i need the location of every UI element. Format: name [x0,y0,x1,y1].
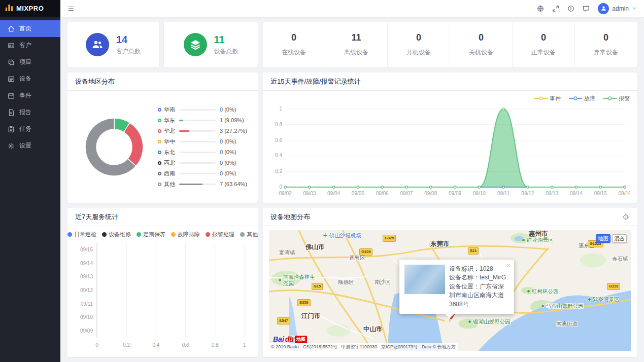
service-legend-item[interactable]: 设备维修 [102,231,131,238]
sidebar-item-report[interactable]: 报告 [0,104,60,121]
user-menu[interactable]: admin [598,3,637,14]
svg-text:09/15: 09/15 [80,247,93,252]
topbar-globe-button[interactable] [537,5,544,12]
sidebar-item-device[interactable]: 设备 [0,70,60,87]
svg-text:0.2: 0.2 [275,168,282,174]
map-label: 江门市 [301,312,321,320]
task-icon [8,126,15,133]
report-icon [8,109,15,116]
line-marker-icon [569,96,582,100]
sidebar: MIXPRO 首页客户项目设备事件报告任务设置 [0,0,60,362]
records-legend-item[interactable]: 故障 [569,95,595,102]
svg-text:09/09: 09/09 [449,191,461,196]
card-title: 近15天事件/故障/报警记录统计 [270,77,361,86]
records-legend-item[interactable]: 事件 [534,95,561,102]
service-legend-item[interactable]: 日常巡检 [67,231,96,238]
state-count: 0 [291,32,296,43]
scenic-icon [522,238,525,242]
svg-text:09/11: 09/11 [81,301,93,307]
legend-label: 定期保养 [143,231,165,238]
legend-ring-icon [158,108,161,112]
service-legend-item[interactable]: 定期保养 [137,231,165,238]
road-badge: G228 [607,283,620,290]
svg-text:09/14: 09/14 [80,261,93,266]
sidebar-collapse-button[interactable] [67,5,75,12]
topbar-message-button[interactable] [583,5,590,12]
field-value: 1028 [480,265,493,272]
region-legend-item[interactable]: 西北 0 (0%) [158,159,252,167]
logo-badge: 地图 [295,336,307,343]
sidebar-item-customer[interactable]: 客户 [0,37,60,54]
svg-text:0.8: 0.8 [212,342,219,348]
records-legend-item[interactable]: 报警 [603,95,630,102]
road-badge: G105 [359,248,372,256]
legend-dot-icon [102,232,107,237]
sidebar-item-home[interactable]: 首页 [0,20,60,37]
legend-dot-icon [171,232,176,237]
legend-dot-icon [240,232,245,237]
state-count: 0 [541,32,546,43]
popup-field: 设备名称：test_MirG [449,273,509,282]
map-popup-fields: 设备标识：1028设备名称：test_MirG设备位置：广东省深圳市南山区南海大… [449,265,509,309]
service-legend-item[interactable]: 故障排除 [171,231,200,238]
map-label: 南澳街道 [556,320,578,327]
region-bar [179,141,216,142]
region-name: 华东 [164,117,179,124]
map-type-map-button[interactable]: 地图 [596,234,611,243]
region-name: 华中 [164,138,179,146]
baidu-logo: Baidu 地图 [273,335,307,343]
region-legend-item[interactable]: 华中 0 (0%) [158,138,252,146]
topbar-info-button[interactable] [567,5,574,12]
region-name: 华南 [164,106,179,114]
region-legend-item[interactable]: 华北 3 (27.27%) [158,127,252,135]
map-canvas[interactable]: 地图混合 设备标识：1028设备名称：test_MirG设备位置 [269,230,631,351]
road-badge: S21 [468,247,479,255]
scenic-icon [468,320,471,323]
map-label: 红花湖景区 [522,237,554,243]
svg-text:09/12: 09/12 [80,287,93,293]
region-legend-item[interactable]: 其他 7 (63.64%) [158,180,252,188]
sidebar-item-project[interactable]: 项目 [0,54,60,70]
region-name: 西南 [164,170,179,177]
region-legend-item[interactable]: 华南 0 (0%) [158,106,252,114]
region-legend-item[interactable]: 东北 0 (0%) [158,149,252,156]
scenic-icon [588,298,591,301]
region-legend-item[interactable]: 西南 0 (0%) [158,170,252,177]
close-icon[interactable] [506,262,512,270]
devices-icon-badge [184,33,207,56]
service-legend-item[interactable]: 报警处理 [206,231,234,238]
svg-text:09/02: 09/02 [279,191,291,196]
map-type-hybrid-button[interactable]: 混合 [612,234,627,243]
app-logo: MIXPRO [0,0,60,17]
devices-count: 11 [214,34,239,45]
region-legend-item[interactable]: 华东 1 (9.09%) [158,117,252,124]
map-label: 顺德区 [338,279,354,285]
sidebar-item-settings[interactable]: 设置 [0,137,60,154]
sidebar-nav: 首页客户项目设备事件报告任务设置 [0,17,60,154]
project-icon [8,59,15,66]
topbar: admin [60,0,644,17]
region-bar [179,173,216,174]
service-bar-chart: 00.20.40.60.8109/1509/1409/1309/1209/110… [75,240,251,352]
topbar-fullscreen-button[interactable] [552,5,559,12]
card-header: 近15天事件/故障/报警记录统计 [263,73,637,91]
service-legend-item[interactable]: 其他 [240,231,258,238]
sidebar-item-label: 任务 [19,125,31,133]
sidebar-item-event[interactable]: 事件 [0,87,60,104]
state-count: 0 [479,32,484,43]
state-count: 0 [416,32,421,43]
svg-text:09/14: 09/14 [570,191,583,196]
sidebar-item-task[interactable]: 任务 [0,121,60,137]
logo-text: du [285,335,294,343]
device-thumbnail [404,265,445,294]
crosshair-icon[interactable] [622,213,629,221]
device-state: 0关机设备 [450,22,512,67]
legend-label: 报警 [619,95,630,102]
svg-text:0.2: 0.2 [123,342,130,348]
dashboard-content: 14 客户总数 11 设备总数 0在线设备11离线设备0开机设备0关机设备0正常… [60,17,644,362]
svg-text:09/04: 09/04 [327,191,340,196]
map-label: 马峦山郊野公园 [541,303,584,309]
state-count: 11 [351,32,361,43]
map-label: 番禺区 [349,255,365,261]
map-label: 东莞市 [430,240,450,248]
